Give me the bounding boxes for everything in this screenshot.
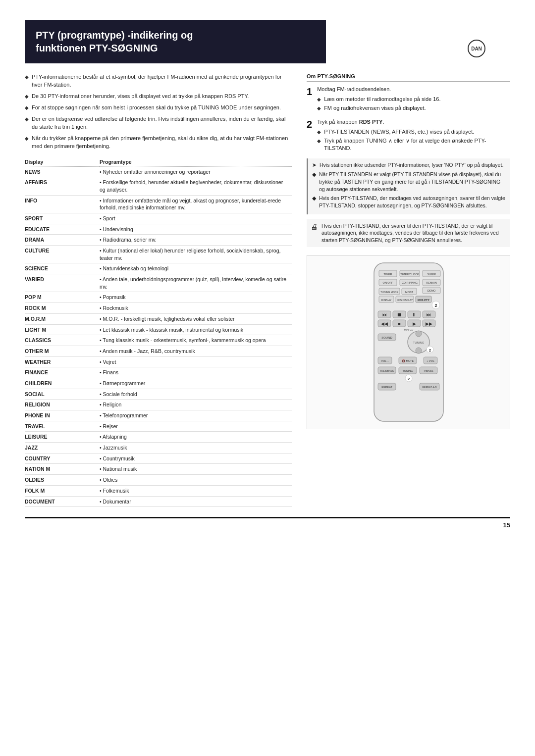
table-cell-display: SPORT (25, 213, 100, 224)
svg-text:TIMER/CLOCK: TIMER/CLOCK (400, 273, 419, 276)
svg-text:DISPLAY: DISPLAY (381, 299, 391, 302)
svg-text:2: 2 (428, 348, 431, 353)
step-number-1: 1 (307, 86, 312, 98)
table-cell-program: • Telefonprogrammer (100, 410, 292, 421)
step-bullet: ◆ Læs om metoder til radiomodtagelse på … (317, 96, 510, 103)
main-content: ◆ PTY-informationerne består af et id-sy… (25, 73, 510, 507)
table-row: FOLK M• Folkemusik (25, 485, 292, 496)
pty-table: Display Programtype NEWS• Nyheder omfatt… (25, 157, 292, 507)
svg-text:SLEEP: SLEEP (427, 273, 436, 276)
table-cell-program: • Popmusik (100, 292, 292, 303)
table-cell-program: • Informationer omfattende mål og vejgt,… (100, 195, 292, 213)
table-cell-display: SCIENCE (25, 263, 100, 274)
table-row: OLDIES• Oldies (25, 475, 292, 486)
arrow-note-item: ➤ Hvis stationen ikke udsender PTY-infor… (312, 161, 506, 169)
table-row: SOCIAL• Sociale forhold (25, 389, 292, 400)
svg-text:TIMER: TIMER (383, 273, 392, 276)
bullet-diamond-icon: ◆ (317, 105, 321, 112)
table-row: ROCK M• Rockmusik (25, 303, 292, 314)
svg-text:SOUND: SOUND (381, 336, 392, 339)
section-title: Om PTY-SØGNING (307, 73, 510, 82)
step-1: 1 Modtag FM-radioudsendelsen. ◆ Læs om m… (307, 86, 510, 112)
table-cell-program: • Forskellige forhold, herunder aktuelle… (100, 177, 292, 195)
svg-point-47 (416, 331, 422, 337)
table-cell-program: • Jazzmusik (100, 443, 292, 454)
step-1-content: Modtag FM-radioudsendelsen. ◆ Læs om met… (317, 86, 510, 112)
table-row: DOCUMENT• Dokumentar (25, 496, 292, 507)
table-cell-display: OTHER M (25, 346, 100, 356)
table-row: AFFAIRS• Forskellige forhold, herunder a… (25, 177, 292, 195)
svg-text:RDS PTY: RDS PTY (418, 299, 429, 302)
table-row: WEATHER• Vejret (25, 356, 292, 367)
table-row: NEWS• Nyheder omfatter annonceringer og … (25, 166, 292, 177)
table-row: SPORT• Sport (25, 213, 292, 224)
table-row: TRAVEL• Rejser (25, 421, 292, 432)
page-title: PTY (programtype) -indikering og funktio… (36, 29, 315, 54)
bullet-diamond-icon: ◆ (25, 135, 29, 143)
table-cell-display: POP M (25, 292, 100, 303)
svg-text:RDS DISPLAY: RDS DISPLAY (396, 299, 413, 302)
svg-point-48 (416, 348, 422, 353)
table-row: DRAMA• Radiodrama, serier mv. (25, 235, 292, 246)
svg-text:CD RIPPING: CD RIPPING (401, 281, 417, 284)
table-cell-program: • Finans (100, 367, 292, 378)
table-row: SCIENCE• Naturvidenskab og teknologi (25, 263, 292, 274)
svg-text:⏸: ⏸ (412, 312, 417, 317)
table-row: POP M• Popmusik (25, 292, 292, 303)
table-cell-program: • Kultur (national eller lokal) herunder… (100, 246, 292, 263)
bullet-diamond-icon: ◆ (25, 93, 29, 101)
table-cell-program: • Oldies (100, 475, 292, 486)
table-cell-display: FOLK M (25, 485, 100, 496)
table-cell-program: • Countrymusik (100, 453, 292, 464)
svg-text:⏭: ⏭ (427, 312, 431, 317)
table-cell-program: • Anden musik - Jazz, R&B, countrymusik (100, 346, 292, 356)
table-cell-display: RELIGION (25, 400, 100, 410)
bullet-diamond-icon: ◆ (25, 74, 29, 81)
svg-text:TUNING: TUNING (413, 341, 424, 344)
intro-bullets: ◆ PTY-informationerne består af et id-sy… (25, 73, 292, 151)
table-cell-display: NATION M (25, 464, 100, 475)
arrow-notes: ➤ Hvis stationen ikke udsender PTY-infor… (307, 158, 510, 214)
remote-svg: TIMER TIMER/CLOCK SLEEP ON/OFF CD RIPPIN… (359, 260, 458, 424)
svg-text:■: ■ (398, 321, 400, 326)
table-cell-program: • Rejser (100, 421, 292, 432)
table-cell-program: • Sociale forhold (100, 389, 292, 400)
bullet-item: ◆ De 30 PTY-informationer herunder, vise… (25, 93, 292, 101)
dan-badge: DAN (468, 40, 485, 57)
table-cell-display: PHONE IN (25, 410, 100, 421)
svg-text:+ VOL: + VOL (427, 359, 434, 362)
step-2-content: Tryk på knappen RDS PTY. ◆ PTY-TILSTANDE… (317, 118, 510, 152)
svg-text:TREB/BASS: TREB/BASS (379, 369, 394, 372)
table-cell-program: • Dokumentar (100, 496, 292, 507)
table-cell-display: VARIED (25, 274, 100, 292)
bullet-diamond-icon: ◆ (317, 129, 321, 136)
table-cell-program: • Vejret (100, 356, 292, 367)
svg-text:▶: ▶ (412, 321, 416, 326)
svg-text:MOST: MOST (405, 291, 414, 294)
svg-text:2: 2 (434, 303, 437, 308)
svg-text:⏹: ⏹ (397, 312, 402, 317)
arrow-icon: ➤ (312, 161, 317, 169)
left-column: ◆ PTY-informationerne består af et id-sy… (25, 73, 292, 507)
table-cell-program: • Tung klassisk musik - orkestermusik, s… (100, 335, 292, 346)
arrow-icon: ◆ (312, 171, 316, 178)
svg-text:P.BASS: P.BASS (424, 369, 433, 372)
bullet-diamond-icon: ◆ (317, 96, 321, 103)
table-row: PHONE IN• Telefonprogrammer (25, 410, 292, 421)
table-cell-display: DOCUMENT (25, 496, 100, 507)
bullet-diamond-icon: ◆ (25, 116, 29, 123)
bullet-item: ◆ Der er en tidsgrænse ved udførelse af … (25, 115, 292, 131)
table-cell-display: ROCK M (25, 303, 100, 314)
bullet-item: ◆ For at stoppe søgningen når som helst … (25, 104, 292, 112)
bullet-item: ◆ Når du trykker på knapperne på den pri… (25, 135, 292, 151)
table-row: LEISURE• Afslapning (25, 432, 292, 443)
table-row: OTHER M• Anden musik - Jazz, R&B, countr… (25, 346, 292, 356)
page-title-box: PTY (programtype) -indikering og funktio… (25, 20, 326, 63)
table-row: RELIGION• Religion (25, 400, 292, 410)
table-cell-display: INFO (25, 195, 100, 213)
page-number: 15 (25, 517, 510, 529)
svg-text:TUNING: TUNING (402, 369, 413, 372)
bullet-diamond-icon: ◆ (25, 104, 29, 112)
svg-text:REPEAT A-B: REPEAT A-B (422, 386, 437, 389)
svg-text:2: 2 (407, 377, 410, 381)
